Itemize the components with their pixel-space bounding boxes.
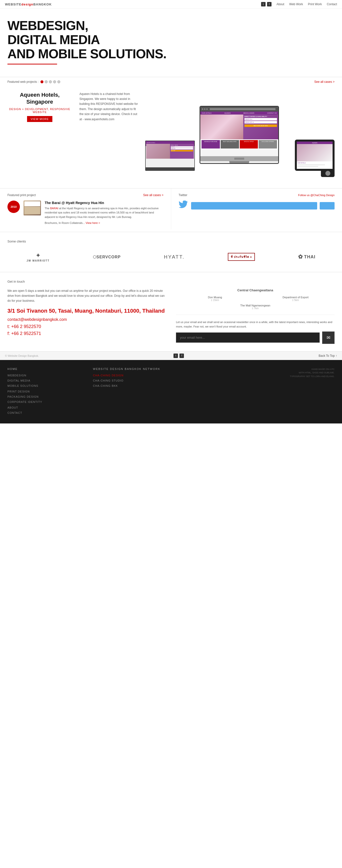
nav-links: About Web Work Print Work Contact <box>277 2 337 6</box>
screen-top-bar <box>200 106 278 112</box>
contact-email[interactable]: contact@webdesignbangkok.com <box>7 317 166 322</box>
print-materials: Brochures, In Room Collaterals... View h… <box>45 221 164 224</box>
jw-marriott-logo: ✦ JW MARRIOTT <box>27 252 50 262</box>
back-to-top-bar: © Website Design Bangkok. t f Back To To… <box>0 351 342 360</box>
twitter-content <box>179 200 335 211</box>
contact-right: Central Chaengwattana Don Muang ± 15km D… <box>176 288 335 344</box>
top-navigation: WEBSITEdesignBANGKOK t f About Web Work … <box>0 0 342 9</box>
twitter-bar-1 <box>191 202 317 210</box>
dot-3[interactable] <box>49 80 52 83</box>
contact-fax: f: +66 2 9522571 <box>7 330 166 337</box>
dot-4[interactable] <box>53 80 56 83</box>
laptop-base <box>145 168 195 171</box>
footer-link-mobile: MOBILE SOLUTIONS <box>7 384 86 388</box>
newsletter-section: Let us your email and we shall send an o… <box>176 315 335 344</box>
thai-assurance-logo: ที่ ประกันชีวิต ♦ <box>228 253 255 261</box>
hero-underline <box>7 64 57 64</box>
view-print-link[interactable]: View here > <box>86 221 100 224</box>
footer-network-links: CHA-CHING DESIGN CHA-CHING STUDIO CHA-CH… <box>93 373 249 388</box>
dot-2[interactable] <box>45 80 48 83</box>
map-grid: Don Muang ± 15km Department of Export ± … <box>176 296 335 310</box>
map-item-1: Don Muang ± 15km <box>176 296 254 302</box>
monitor-stand <box>229 161 249 163</box>
thumb-inner-1 <box>24 201 40 206</box>
dot-5[interactable] <box>57 80 60 83</box>
newsletter-row: ✉ <box>176 332 335 344</box>
project-description: Aqueen Hotels is a chained-hotel from Si… <box>79 92 139 178</box>
twitter-section: Twitter Follow us @ChaChing Design <box>171 188 342 229</box>
nav-right: t f About Web Work Print Work Contact <box>261 2 337 6</box>
footer-link-webdesign: WEBDESIGN <box>7 373 86 377</box>
footer-cha-ching-studio: CHA-CHING STUDIO <box>93 379 249 382</box>
map-item-3: The Mall Ngamwongwan ± 7km <box>176 304 335 310</box>
newsletter-text: Let us your email and we shall send an o… <box>176 320 335 329</box>
hero-line3: AND MOBILE SOLUTIONS. <box>7 47 335 61</box>
contact-section-title: Get in touch <box>7 280 335 283</box>
contact-section: Get in touch We are open 5 days a week b… <box>0 272 342 351</box>
screen-content: OUR HOTELS AQUEEN MEDIA & NEWS CONTACT U… <box>200 112 278 156</box>
map-item-dist-2: ± 5km <box>257 299 335 302</box>
footer-col-home: HOME WEBDESIGN DIGITAL MEDIA MOBILE SOLU… <box>7 367 86 416</box>
contact-tel: t: +66 2 9522570 <box>7 323 166 330</box>
screen-tablet: AQUEEN OUR HOTELS <box>295 140 335 171</box>
print-section-title: Featured print project <box>7 193 36 197</box>
hero-section: WEBDESIGN, DIGITAL MEDIA AND MOBILE SOLU… <box>0 9 342 69</box>
footer-link-digital: DIGITAL MEDIA <box>7 379 86 382</box>
nav-about[interactable]: About <box>277 2 284 6</box>
hero-line2: DIGITAL MEDIA <box>7 33 335 47</box>
hyatt-logo: HYATT. <box>164 254 184 260</box>
map-item-label-3: The Mall Ngamwongwan <box>176 304 335 307</box>
see-all-cases-web[interactable]: See all cases > <box>314 80 335 84</box>
aqueen-hero: DIRECT RATES & AVAILABILITY CHECK IN ▼ C… <box>200 115 278 140</box>
footer: HOME WEBDESIGN DIGITAL MEDIA MOBILE SOLU… <box>0 360 342 424</box>
map-item-dist-3: ± 7km <box>176 307 335 310</box>
view-more-button[interactable]: VIEW MORE <box>27 116 52 122</box>
nav-print-work[interactable]: Print Work <box>308 2 322 6</box>
email-input[interactable] <box>176 333 320 343</box>
map-item-dist-1: ± 15km <box>176 299 254 302</box>
nav-contact[interactable]: Contact <box>327 2 337 6</box>
print-thumbnail <box>24 200 41 215</box>
print-info: The Barai @ Hyatt Regency Hua Hin The BA… <box>45 200 164 224</box>
print-project-desc: The BARAI at the Hyatt Regency is an awa… <box>45 206 164 219</box>
dot-navigation <box>40 80 60 83</box>
brand-name: WEBSITEdesignBANGKOK <box>5 2 52 6</box>
project-desc-text: Aqueen Hotels is a chained-hotel from Si… <box>79 92 139 122</box>
twitter-follow: Follow us @ChaChing Design <box>298 194 335 196</box>
project-info: Aqueen Hotels, Singapore DESIGN + DEVELO… <box>7 92 72 124</box>
project-title: Aqueen Hotels, Singapore <box>7 92 72 105</box>
twitter-section-header: Twitter Follow us @ChaChing Design <box>179 193 335 197</box>
twitter-label: Twitter <box>179 193 188 197</box>
map-item-2: Department of Export ± 5km <box>257 296 335 302</box>
thai-airways-logo: ✿THAI <box>298 254 315 260</box>
booking-overlay: DIRECT RATES & AVAILABILITY CHECK IN ▼ C… <box>243 115 278 140</box>
email-submit-button[interactable]: ✉ <box>322 332 335 344</box>
print-section: Featured print project See all cases > 2… <box>0 188 171 229</box>
svg-text:✦: ✦ <box>36 252 40 258</box>
clients-section: Some clients ✦ JW MARRIOTT ⬡SERVCORP HYA… <box>0 232 342 272</box>
back-to-top-link[interactable]: Back To Top ↑ <box>319 354 337 358</box>
contact-left: We are open 5 days a week but you can em… <box>7 288 166 344</box>
laptop-lid: AQUEEN HOTELS DIRECT RATES CHECK IN CHEC… <box>145 141 195 168</box>
thumb-inner-2 <box>24 207 40 214</box>
nav-left: WEBSITEdesignBANGKOK <box>5 2 52 6</box>
nav-web-work[interactable]: Web Work <box>289 2 303 6</box>
twitter-icon[interactable]: t <box>261 2 265 6</box>
screen-desktop: OUR HOTELS AQUEEN MEDIA & NEWS CONTACT U… <box>200 106 279 164</box>
footer-facebook-icon[interactable]: f <box>179 353 184 358</box>
contact-address: 3/1 Soi Tivanon 50, Tasai, Muang, Nontab… <box>7 307 166 315</box>
hero-line1: WEBDESIGN, <box>7 19 335 33</box>
footer-col-network: WEBSITE DESIGN BANGKOK NETWORK CHA-CHING… <box>93 367 249 416</box>
address-bar <box>210 108 276 110</box>
twitter-bird-icon <box>179 200 189 211</box>
see-all-print[interactable]: See all cases > <box>143 193 164 197</box>
laptop-screen-content: AQUEEN HOTELS DIRECT RATES CHECK IN CHEC… <box>146 141 194 167</box>
dot-1[interactable] <box>40 80 44 83</box>
footer-cha-ching-design: CHA-CHING DESIGN <box>93 373 249 377</box>
year-badge: 2010 <box>7 200 20 213</box>
print-project-card: 2010 The Barai @ Hyatt Regency Hua Hin T… <box>7 200 164 224</box>
footer-twitter-icon[interactable]: t <box>173 353 178 358</box>
facebook-icon[interactable]: f <box>267 2 272 6</box>
booking-tabs: ADVANCE PURCHASE BEST AVAILABLE RATE SPE… <box>200 140 278 149</box>
footer-made-text: HAND-MADE ON A PCWITH HTML, SASS AND SUB… <box>257 367 335 378</box>
